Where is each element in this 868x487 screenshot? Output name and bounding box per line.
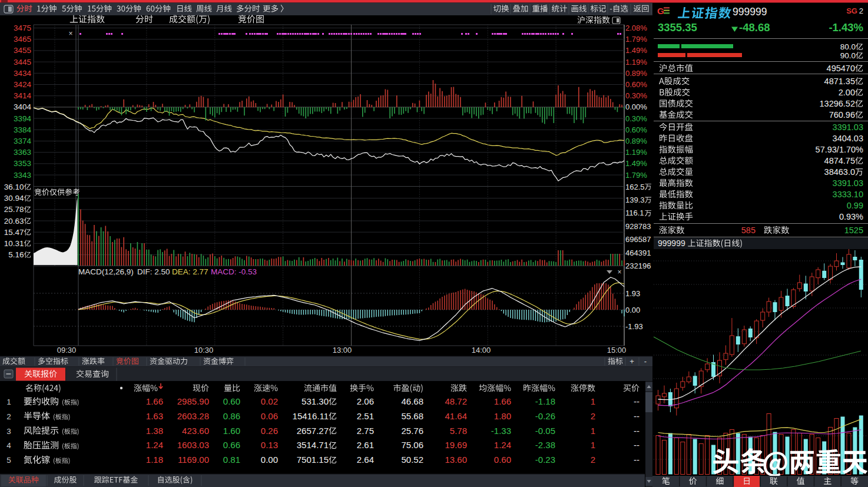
- svg-text:0.60: 0.60: [223, 396, 240, 406]
- svg-text:1.63: 1.63: [146, 411, 163, 421]
- svg-text:0.00: 0.00: [625, 306, 640, 314]
- svg-text:46.68: 46.68: [401, 396, 423, 406]
- svg-text:2.64: 2.64: [357, 455, 374, 465]
- svg-text:2.61: 2.61: [357, 440, 374, 450]
- svg-text:0.99: 0.99: [847, 201, 863, 210]
- svg-text:0.30%: 0.30%: [625, 114, 647, 123]
- svg-text:×: ×: [617, 268, 621, 276]
- svg-text:3424: 3424: [14, 80, 32, 89]
- svg-text:464391: 464391: [625, 249, 651, 257]
- svg-text:15416.11: 15416.11: [293, 411, 329, 421]
- svg-text:50.52: 50.52: [401, 455, 423, 465]
- svg-text:1.93: 1.93: [625, 289, 640, 298]
- svg-text:--: --: [634, 426, 640, 436]
- svg-text:760.96: 760.96: [829, 110, 855, 120]
- svg-text:3333.10: 3333.10: [833, 190, 863, 199]
- svg-text:--: --: [634, 440, 640, 450]
- svg-text:3384: 3384: [14, 125, 32, 134]
- svg-text:0.89%: 0.89%: [625, 69, 647, 78]
- svg-text:13:00: 13:00: [333, 346, 352, 355]
- svg-text:0.60: 0.60: [494, 455, 511, 465]
- svg-text:-48.68: -48.68: [739, 21, 770, 34]
- svg-text:--: --: [634, 411, 640, 421]
- svg-text:25.78: 25.78: [4, 205, 24, 214]
- svg-text:2657.27: 2657.27: [297, 426, 329, 436]
- svg-text:3404: 3404: [14, 102, 32, 111]
- svg-text:232196: 232196: [625, 261, 651, 270]
- svg-text:-1.93: -1.93: [625, 322, 643, 331]
- svg-text:2.75: 2.75: [357, 426, 374, 436]
- svg-text:1525: 1525: [844, 226, 863, 235]
- svg-text:75.06: 75.06: [401, 440, 423, 450]
- svg-text:4874.75: 4874.75: [824, 156, 855, 165]
- svg-text:1.49%: 1.49%: [625, 159, 647, 168]
- svg-text:7501.15: 7501.15: [297, 455, 329, 465]
- svg-text:0.00: 0.00: [261, 455, 278, 465]
- svg-text:3353: 3353: [14, 159, 31, 168]
- svg-text:1.18: 1.18: [146, 455, 163, 465]
- svg-text:1.79%: 1.79%: [625, 171, 647, 180]
- svg-text:1: 1: [591, 396, 595, 406]
- svg-text:1: 1: [591, 426, 595, 436]
- svg-text:3374: 3374: [14, 137, 32, 145]
- svg-text:1.79%: 1.79%: [625, 35, 647, 44]
- svg-text:55.68: 55.68: [401, 411, 423, 421]
- svg-text:1.66: 1.66: [146, 396, 163, 406]
- svg-text:1169.00: 1169.00: [178, 455, 209, 465]
- svg-text:13296.52: 13296.52: [820, 99, 855, 108]
- svg-text:DEA: 2.77: DEA: 2.77: [172, 267, 208, 276]
- svg-text:4871.35: 4871.35: [824, 77, 855, 86]
- svg-text:48.72: 48.72: [445, 396, 467, 406]
- svg-text:3414: 3414: [14, 91, 32, 100]
- svg-text:25.76: 25.76: [401, 426, 423, 436]
- svg-text:-: -: [644, 357, 647, 366]
- svg-text:20.63: 20.63: [4, 217, 24, 226]
- svg-text:15:00: 15:00: [607, 346, 627, 355]
- svg-text:2603.28: 2603.28: [177, 411, 209, 421]
- svg-text:495470: 495470: [827, 64, 855, 73]
- svg-text:1.19%: 1.19%: [625, 58, 647, 67]
- svg-text:3391.03: 3391.03: [833, 178, 863, 188]
- svg-text:19.69: 19.69: [445, 440, 467, 450]
- svg-text:0.93%: 0.93%: [839, 212, 863, 221]
- svg-text:999999: 999999: [733, 6, 767, 18]
- svg-text:928783: 928783: [625, 222, 651, 231]
- svg-text:1: 1: [6, 397, 11, 406]
- svg-text:3514.71: 3514.71: [297, 440, 329, 450]
- svg-text:3404.03: 3404.03: [833, 134, 863, 143]
- svg-text:3363: 3363: [14, 148, 31, 157]
- svg-text:MACD: -0.53: MACD: -0.53: [211, 267, 257, 276]
- svg-text:09:30: 09:30: [57, 346, 77, 355]
- svg-text:G: G: [657, 6, 664, 16]
- svg-text:+: +: [630, 357, 634, 366]
- svg-text:41.64: 41.64: [445, 411, 467, 421]
- svg-text:0.06: 0.06: [261, 411, 278, 421]
- svg-text:116.1: 116.1: [625, 208, 644, 217]
- svg-text:1: 1: [591, 440, 595, 450]
- svg-text:×: ×: [68, 29, 72, 38]
- svg-text:2.06: 2.06: [357, 396, 374, 406]
- svg-text:2: 2: [859, 6, 863, 15]
- svg-text:-1.18: -1.18: [535, 396, 555, 406]
- svg-text:0.60%: 0.60%: [625, 80, 647, 89]
- svg-text:4: 4: [6, 441, 11, 450]
- svg-text:90.0: 90.0: [840, 51, 856, 60]
- svg-text:-2.38: -2.38: [535, 440, 555, 450]
- svg-text:-1.33: -1.33: [491, 426, 511, 436]
- svg-text:0.86: 0.86: [223, 411, 240, 421]
- svg-text:MACD(12,26,9): MACD(12,26,9): [78, 267, 134, 276]
- svg-text:-1.43%: -1.43%: [829, 21, 863, 34]
- svg-text:3: 3: [6, 427, 11, 436]
- svg-text:2: 2: [6, 412, 11, 421]
- svg-text:36.10: 36.10: [4, 183, 24, 191]
- svg-text:3445: 3445: [14, 58, 31, 67]
- svg-text:1.24: 1.24: [494, 440, 511, 450]
- svg-text:5.78: 5.78: [450, 426, 467, 436]
- svg-text:15.47: 15.47: [4, 228, 24, 237]
- svg-text:10:30: 10:30: [194, 346, 214, 355]
- svg-text:999999: 999999: [658, 238, 685, 248]
- svg-text:0.66: 0.66: [223, 440, 240, 450]
- svg-text:696587: 696587: [625, 235, 651, 244]
- svg-text:0.26: 0.26: [261, 426, 278, 436]
- svg-text:531.30: 531.30: [302, 396, 329, 406]
